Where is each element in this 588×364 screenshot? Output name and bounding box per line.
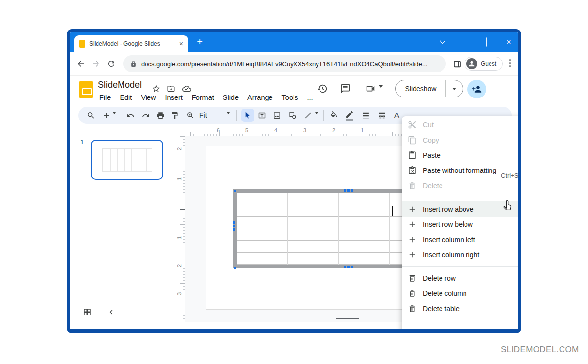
version-history-icon[interactable]	[317, 83, 328, 94]
table-handle[interactable]	[351, 266, 353, 268]
back-icon[interactable]	[76, 59, 85, 68]
table-handle[interactable]	[233, 221, 235, 224]
menu-item-copy[interactable]: Copy	[402, 132, 518, 147]
app-menubar: File Edit View Insert Format Slide Arran…	[95, 91, 318, 104]
collapse-filmstrip-icon[interactable]	[107, 308, 116, 316]
avatar	[466, 58, 477, 69]
grid-view-icon[interactable]	[83, 308, 92, 316]
menu-overflow[interactable]: ...	[302, 92, 317, 103]
table-handle[interactable]	[347, 189, 350, 192]
slides-logo-icon[interactable]	[79, 81, 93, 98]
share-person-add-button[interactable]	[467, 80, 486, 98]
maximize-button[interactable]	[482, 32, 491, 52]
menu-item-insert-row-above[interactable]: Insert row above	[402, 201, 518, 217]
camera-dropdown-icon[interactable]	[379, 88, 383, 97]
menu-item-delete-table[interactable]: Delete table	[402, 301, 518, 316]
tab-close-icon[interactable]: ×	[178, 40, 184, 47]
slideshow-dropdown-icon[interactable]	[446, 80, 463, 97]
close-button[interactable]: ×	[504, 32, 513, 52]
menu-separator	[402, 266, 518, 267]
ruler-number: 2	[176, 264, 182, 267]
slide-thumbnail[interactable]	[91, 140, 163, 180]
trash-icon	[408, 328, 416, 330]
url-text: docs.google.com/presentation/d/1MFeiqBl8…	[141, 60, 428, 68]
browser-window: SlideModel - Google Slides × + ×	[67, 29, 521, 333]
profile-chip[interactable]: Guest	[465, 57, 503, 71]
search-menus-icon[interactable]	[87, 111, 95, 120]
browser-tab-strip: SlideModel - Google Slides × + ×	[70, 32, 518, 52]
zoom-select[interactable]: Fit	[199, 111, 207, 119]
menu-item-insert-column-left[interactable]: Insert column left	[402, 232, 518, 247]
menu-item-paste[interactable]: Paste	[402, 147, 518, 163]
insert-image-icon[interactable]	[273, 111, 281, 120]
menu-file[interactable]: File	[95, 92, 115, 103]
insert-line-icon[interactable]	[304, 111, 312, 120]
document-title[interactable]: SlideModel	[98, 80, 142, 90]
table-handle[interactable]	[233, 228, 235, 231]
border-color-icon[interactable]	[345, 110, 354, 119]
line-dropdown-icon[interactable]	[315, 114, 318, 123]
menu-view[interactable]: View	[136, 92, 160, 103]
menu-item-delete-row[interactable]: Delete row	[402, 270, 518, 286]
ruler-number: 6	[217, 127, 220, 133]
horizontal-scrollbar[interactable]	[336, 318, 359, 319]
ruler-number: 1	[176, 236, 182, 239]
toolbar-partial-label[interactable]: A	[394, 111, 399, 119]
menu-item-delete-column[interactable]: Delete column	[402, 286, 518, 301]
zoom-add-dropdown-icon[interactable]	[113, 114, 116, 123]
table-handle[interactable]	[347, 266, 350, 268]
window-menu-button[interactable]	[438, 32, 447, 52]
reload-icon[interactable]	[107, 59, 116, 68]
toolbar-divider	[236, 110, 237, 121]
table-handle[interactable]	[344, 266, 346, 268]
menu-item-delete[interactable]: Delete	[402, 178, 518, 193]
menu-edit[interactable]: Edit	[115, 92, 136, 103]
browser-menu-icon[interactable]	[509, 59, 511, 67]
address-bar[interactable]: docs.google.com/presentation/d/1MFeiqBl8…	[123, 55, 446, 72]
slideshow-button[interactable]: Slideshow	[395, 80, 463, 97]
select-tool-button[interactable]	[241, 109, 254, 122]
clipboard-no-format-icon	[408, 166, 416, 175]
menu-format[interactable]: Format	[187, 92, 219, 103]
profile-label: Guest	[481, 60, 496, 67]
paint-format-icon[interactable]	[171, 111, 179, 120]
copy-icon	[408, 136, 416, 145]
table-handle[interactable]	[234, 190, 236, 192]
insert-shape-icon[interactable]	[289, 111, 297, 120]
border-weight-icon[interactable]	[362, 111, 370, 120]
forward-icon[interactable]	[92, 59, 100, 68]
menu-item-insert-column-right[interactable]: Insert column right	[402, 247, 518, 262]
new-tab-button[interactable]: +	[194, 36, 206, 48]
side-panel-icon[interactable]	[453, 60, 462, 69]
ruler-number: 5	[245, 127, 248, 133]
menu-insert[interactable]: Insert	[161, 92, 187, 103]
minimize-button[interactable]	[460, 32, 469, 52]
undo-icon[interactable]	[126, 111, 135, 120]
menu-item-insert-row-below[interactable]: Insert row below	[402, 217, 518, 232]
redo-icon[interactable]	[142, 111, 150, 120]
menu-tools[interactable]: Tools	[277, 92, 303, 103]
menu-item-partial[interactable]	[402, 324, 518, 329]
table-context-menu: Cut Copy Paste Paste without formatting	[402, 116, 518, 329]
table-handle[interactable]	[351, 189, 353, 192]
vertical-ruler[interactable]: 2 1 1 2 3	[177, 136, 185, 321]
zoom-dropdown-icon[interactable]	[227, 114, 230, 123]
fill-color-icon[interactable]	[330, 111, 338, 120]
table-handle[interactable]	[234, 267, 236, 269]
border-dash-icon[interactable]	[378, 111, 386, 120]
table-handle[interactable]	[344, 189, 346, 192]
zoom-icon[interactable]	[186, 111, 195, 120]
menu-arrange[interactable]: Arrange	[243, 92, 277, 103]
menu-slide[interactable]: Slide	[219, 92, 243, 103]
slideshow-label: Slideshow	[396, 80, 445, 97]
table-handle[interactable]	[233, 225, 235, 227]
meet-camera-icon[interactable]	[365, 83, 376, 94]
zoom-add-icon[interactable]	[102, 111, 111, 120]
comments-icon[interactable]	[340, 83, 351, 94]
menu-item-cut[interactable]: Cut	[402, 117, 518, 132]
text-box-icon[interactable]	[258, 111, 266, 120]
print-icon[interactable]	[156, 111, 165, 120]
plus-icon	[408, 205, 416, 214]
browser-tab[interactable]: SlideModel - Google Slides ×	[74, 35, 188, 52]
slide-number: 1	[80, 138, 84, 146]
